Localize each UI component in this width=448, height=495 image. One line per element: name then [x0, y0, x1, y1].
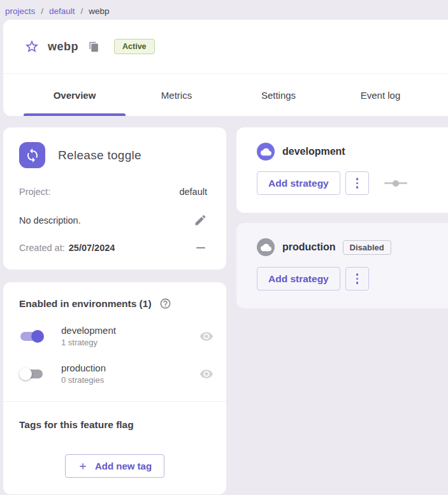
plus-icon	[78, 461, 88, 471]
breadcrumb-separator: /	[41, 6, 43, 16]
left-column: Release toggle Project: default No descr…	[3, 127, 226, 494]
more-actions-button[interactable]	[345, 267, 369, 291]
project-label: Project:	[19, 187, 50, 197]
environments-card: Enabled in environments (1) development …	[3, 282, 226, 494]
help-icon[interactable]	[159, 298, 171, 310]
project-row: Project: default	[19, 187, 207, 197]
tab-bar: Overview Metrics Settings Event log	[3, 73, 448, 116]
breadcrumb-current: webp	[89, 6, 109, 16]
created-label: Created at:	[19, 243, 65, 253]
dots-vertical-icon	[356, 178, 359, 180]
copy-name-button[interactable]	[87, 40, 100, 53]
flag-type-row: Release toggle	[19, 142, 207, 168]
dots-vertical-icon	[356, 273, 359, 276]
copy-icon	[89, 41, 99, 52]
tab-settings[interactable]: Settings	[228, 74, 329, 116]
favorite-button[interactable]	[24, 38, 40, 55]
created-row: Created at:25/07/2024	[19, 243, 207, 253]
created-value: 25/07/2024	[69, 243, 115, 253]
development-cloud-icon	[257, 143, 275, 161]
edit-description-button[interactable]	[194, 213, 207, 227]
page-title: webp	[48, 40, 78, 54]
add-new-tag-label: Add new tag	[95, 461, 152, 471]
status-badge: Active	[114, 39, 155, 54]
more-actions-button[interactable]	[345, 171, 369, 195]
environment-strategy-count: 1 strategy	[61, 338, 116, 347]
eye-icon	[199, 329, 213, 343]
add-strategy-button[interactable]: Add strategy	[257, 267, 340, 291]
tab-overview[interactable]: Overview	[24, 74, 126, 116]
dash-icon	[196, 247, 205, 249]
environment-name: production	[61, 362, 106, 373]
description-text: No description.	[19, 215, 81, 226]
project-value: default	[179, 187, 207, 197]
panel-actions: Add strategy	[257, 267, 438, 291]
environment-texts: development 1 strategy	[61, 325, 116, 347]
description-row: No description.	[19, 213, 207, 227]
environment-panel-production: production Disabled Add strategy	[236, 223, 448, 308]
add-strategy-button[interactable]: Add strategy	[257, 171, 340, 195]
tab-metrics[interactable]: Metrics	[126, 74, 228, 116]
enabled-environments-title: Enabled in environments (1)	[19, 298, 152, 310]
toggle-thumb	[31, 330, 44, 343]
collapse-button[interactable]	[196, 247, 207, 249]
production-toggle[interactable]	[19, 368, 44, 380]
panel-actions: Add strategy	[257, 171, 438, 195]
right-column: development Add strategy production	[236, 127, 448, 308]
main-content: Release toggle Project: default No descr…	[3, 127, 448, 494]
tags-section: Tags for this feature flag Add new tag	[3, 402, 226, 494]
drag-handle-icon	[384, 180, 407, 187]
enabled-environments-section: Enabled in environments (1) development …	[3, 282, 226, 401]
environment-panel-development: development Add strategy	[236, 127, 448, 213]
breadcrumb-projects[interactable]: projects	[5, 6, 35, 16]
flag-type-label: Release toggle	[58, 148, 141, 162]
star-icon	[24, 39, 40, 54]
production-cloud-icon	[257, 238, 275, 256]
add-new-tag-button[interactable]: Add new tag	[65, 454, 164, 478]
flag-details-card: Release toggle Project: default No descr…	[3, 127, 226, 269]
visibility-button[interactable]	[199, 329, 213, 343]
eye-icon	[199, 367, 213, 381]
disabled-badge: Disabled	[343, 240, 391, 255]
enabled-environments-header: Enabled in environments (1)	[19, 298, 213, 310]
development-toggle[interactable]	[19, 330, 44, 343]
tags-title: Tags for this feature flag	[19, 419, 210, 431]
panel-environment-name: production	[282, 241, 336, 253]
environment-texts: production 0 strategies	[61, 362, 106, 385]
feature-header-card: webp Active Overview Metrics Settings Ev…	[3, 20, 448, 116]
breadcrumb: projects / default / webp	[0, 0, 448, 20]
environment-name: development	[61, 325, 116, 336]
created-text: Created at:25/07/2024	[19, 243, 115, 253]
toggle-thumb	[19, 368, 32, 380]
pencil-icon	[194, 213, 207, 227]
breadcrumb-default[interactable]: default	[49, 6, 75, 16]
environment-strategy-count: 0 strategies	[61, 375, 106, 385]
tab-event-log[interactable]: Event log	[329, 74, 431, 116]
visibility-button[interactable]	[199, 367, 213, 381]
panel-environment-name: development	[282, 146, 345, 157]
panel-header: production Disabled	[257, 238, 438, 256]
environment-row-development: development 1 strategy	[19, 325, 213, 347]
breadcrumb-separator: /	[81, 6, 83, 16]
feature-header-row: webp Active	[3, 20, 448, 73]
environment-row-production: production 0 strategies	[19, 362, 213, 385]
panel-header: development	[257, 143, 438, 161]
release-toggle-icon	[19, 142, 45, 168]
